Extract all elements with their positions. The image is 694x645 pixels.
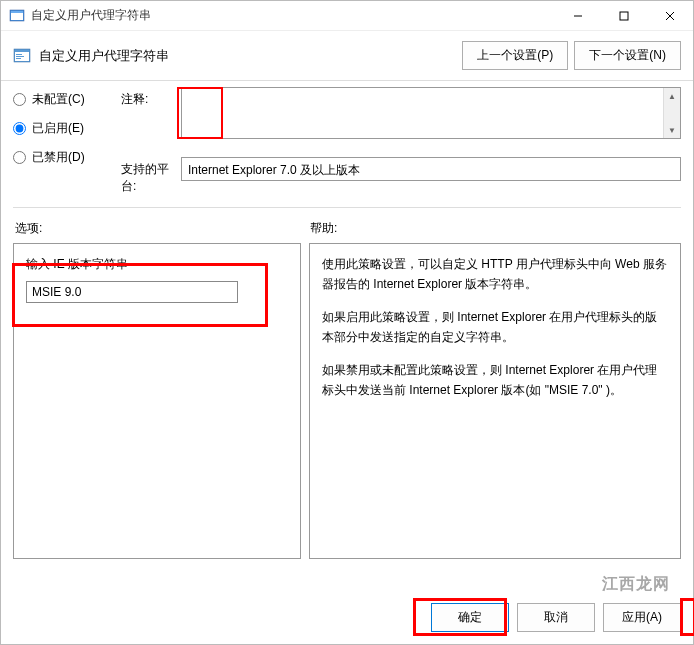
radio-column: 未配置(C) 已启用(E) 已禁用(D)	[13, 87, 121, 195]
svg-rect-9	[16, 54, 22, 55]
window-title: 自定义用户代理字符串	[31, 7, 151, 24]
radio-label: 已启用(E)	[32, 120, 84, 137]
platform-value: Internet Explorer 7.0 及以上版本	[181, 157, 681, 181]
help-paragraph: 如果启用此策略设置，则 Internet Explorer 在用户代理标头的版本…	[322, 307, 668, 348]
config-area: 未配置(C) 已启用(E) 已禁用(D) 注释: ▲ ▼	[1, 81, 693, 199]
apply-button[interactable]: 应用(A)	[603, 603, 681, 632]
footer: 确定 取消 应用(A)	[1, 589, 693, 644]
maximize-button[interactable]	[601, 1, 647, 30]
comment-textarea[interactable]: ▲ ▼	[181, 87, 681, 139]
annotation-highlight	[680, 598, 694, 636]
help-paragraph: 使用此策略设置，可以自定义 HTTP 用户代理标头中向 Web 服务器报告的 I…	[322, 254, 668, 295]
next-setting-button[interactable]: 下一个设置(N)	[574, 41, 681, 70]
prev-setting-button[interactable]: 上一个设置(P)	[462, 41, 568, 70]
radio-not-configured-input[interactable]	[13, 93, 26, 106]
radio-enabled[interactable]: 已启用(E)	[13, 120, 121, 137]
radio-enabled-input[interactable]	[13, 122, 26, 135]
options-panel: 输入 IE 版本字符串	[13, 243, 301, 559]
platform-label: 支持的平台:	[121, 157, 181, 195]
header-title: 自定义用户代理字符串	[39, 47, 169, 65]
ok-button[interactable]: 确定	[431, 603, 509, 632]
comment-row: 注释: ▲ ▼	[121, 87, 681, 139]
svg-rect-1	[11, 13, 23, 20]
app-icon	[9, 8, 25, 24]
titlebar: 自定义用户代理字符串	[1, 1, 693, 31]
help-panel: 使用此策略设置，可以自定义 HTTP 用户代理标头中向 Web 服务器报告的 I…	[309, 243, 681, 559]
panels-row: 输入 IE 版本字符串 使用此策略设置，可以自定义 HTTP 用户代理标头中向 …	[1, 243, 693, 589]
scroll-up-icon[interactable]: ▲	[664, 88, 680, 104]
window-controls	[555, 1, 693, 30]
setting-icon	[13, 47, 31, 65]
divider	[13, 207, 681, 208]
comment-label: 注释:	[121, 87, 181, 108]
dialog-window: 自定义用户代理字符串 自定义用户代理字符串 上一个设置(P)	[0, 0, 694, 645]
radio-not-configured[interactable]: 未配置(C)	[13, 91, 121, 108]
radio-label: 未配置(C)	[32, 91, 85, 108]
scroll-down-icon[interactable]: ▼	[664, 122, 680, 138]
version-string-input[interactable]	[26, 281, 238, 303]
svg-rect-4	[620, 12, 628, 20]
svg-rect-11	[16, 58, 21, 59]
cancel-button[interactable]: 取消	[517, 603, 595, 632]
fields-column: 注释: ▲ ▼ 支持的平台: Internet Explorer 7.0 及以上…	[121, 87, 681, 195]
option-input-label: 输入 IE 版本字符串	[26, 256, 288, 273]
svg-rect-10	[16, 56, 24, 57]
header-row: 自定义用户代理字符串 上一个设置(P) 下一个设置(N)	[1, 31, 693, 81]
help-paragraph: 如果禁用或未配置此策略设置，则 Internet Explorer 在用户代理标…	[322, 360, 668, 401]
comment-scrollbar[interactable]: ▲ ▼	[663, 88, 680, 138]
minimize-button[interactable]	[555, 1, 601, 30]
help-label: 帮助:	[310, 220, 337, 237]
radio-disabled-input[interactable]	[13, 151, 26, 164]
comment-value	[182, 88, 663, 138]
radio-disabled[interactable]: 已禁用(D)	[13, 149, 121, 166]
options-label: 选项:	[15, 220, 310, 237]
section-labels: 选项: 帮助:	[1, 212, 693, 243]
nav-buttons: 上一个设置(P) 下一个设置(N)	[462, 41, 681, 70]
platform-row: 支持的平台: Internet Explorer 7.0 及以上版本	[121, 157, 681, 195]
radio-label: 已禁用(D)	[32, 149, 85, 166]
close-button[interactable]	[647, 1, 693, 30]
svg-rect-2	[11, 11, 23, 13]
